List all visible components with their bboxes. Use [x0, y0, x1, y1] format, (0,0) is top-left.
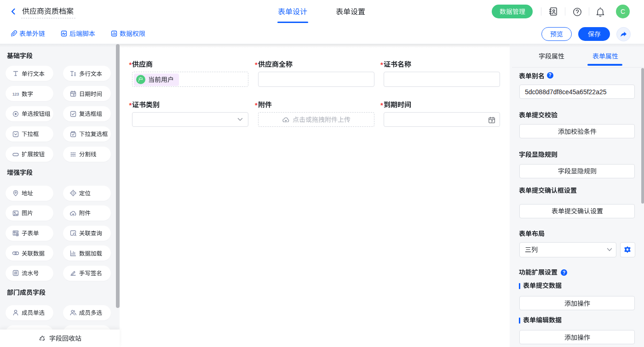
- svg-text:123: 123: [12, 91, 19, 96]
